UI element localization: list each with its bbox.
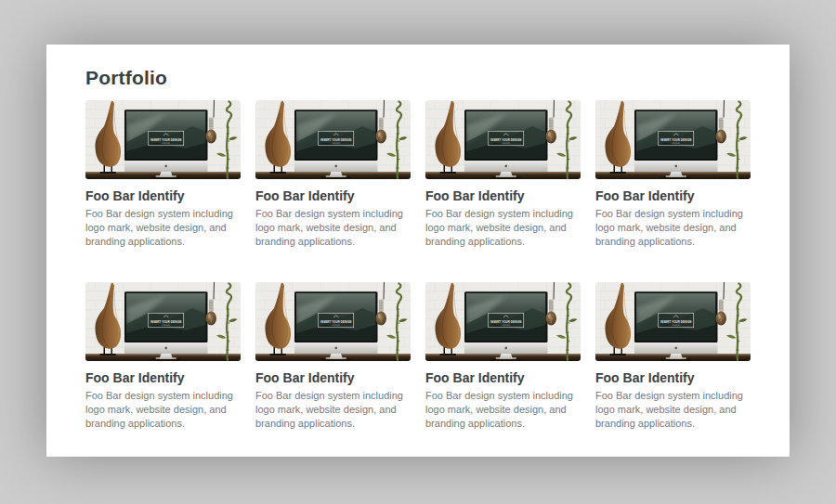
portfolio-item-title: Foo Bar Identify [425,188,581,204]
portfolio-thumbnail[interactable] [255,100,411,179]
portfolio-thumbnail[interactable] [85,282,241,361]
portfolio-item[interactable]: Foo Bar Identify Foo Bar design system i… [255,100,411,249]
portfolio-item[interactable]: Foo Bar Identify Foo Bar design system i… [595,100,751,249]
content-card: Portfolio Foo Bar Identify Foo Bar desig… [46,45,790,457]
portfolio-item[interactable]: Foo Bar Identify Foo Bar design system i… [85,100,241,249]
portfolio-item-description: Foo Bar design system including logo mar… [255,207,411,249]
portfolio-item-title: Foo Bar Identify [425,370,581,386]
page-title: Portfolio [85,68,751,87]
portfolio-item-description: Foo Bar design system including logo mar… [595,389,751,431]
portfolio-item[interactable]: Foo Bar Identify Foo Bar design system i… [85,282,241,431]
portfolio-item-description: Foo Bar design system including logo mar… [85,207,241,249]
portfolio-item-title: Foo Bar Identify [85,188,241,204]
portfolio-grid: Foo Bar Identify Foo Bar design system i… [85,100,751,431]
portfolio-item-description: Foo Bar design system including logo mar… [425,389,581,431]
portfolio-item-title: Foo Bar Identify [595,370,751,386]
portfolio-thumbnail[interactable] [85,100,241,179]
portfolio-item-description: Foo Bar design system including logo mar… [85,389,241,431]
portfolio-item-title: Foo Bar Identify [255,370,411,386]
portfolio-item-title: Foo Bar Identify [595,188,751,204]
portfolio-thumbnail[interactable] [425,282,581,361]
portfolio-thumbnail[interactable] [425,100,581,179]
portfolio-item-title: Foo Bar Identify [85,370,241,386]
portfolio-item-description: Foo Bar design system including logo mar… [255,389,411,431]
portfolio-thumbnail[interactable] [595,282,751,361]
portfolio-item-description: Foo Bar design system including logo mar… [595,207,751,249]
portfolio-item[interactable]: Foo Bar Identify Foo Bar design system i… [595,282,751,431]
portfolio-item[interactable]: Foo Bar Identify Foo Bar design system i… [255,282,411,431]
portfolio-item-title: Foo Bar Identify [255,188,411,204]
portfolio-item-description: Foo Bar design system including logo mar… [425,207,581,249]
portfolio-item[interactable]: Foo Bar Identify Foo Bar design system i… [425,282,581,431]
portfolio-item[interactable]: Foo Bar Identify Foo Bar design system i… [425,100,581,249]
page-background: { "page": { "background_color": "#cccccc… [0,0,836,504]
portfolio-thumbnail[interactable] [255,282,411,361]
portfolio-thumbnail[interactable] [595,100,751,179]
